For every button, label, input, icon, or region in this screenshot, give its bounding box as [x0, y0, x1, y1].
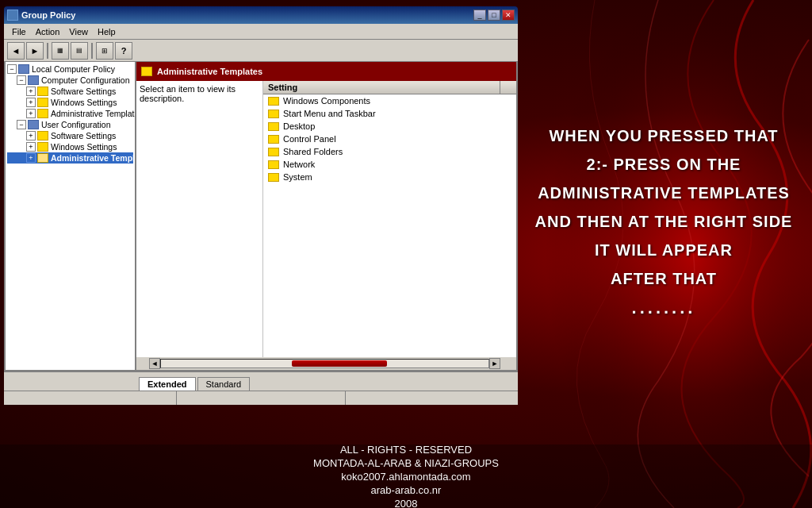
settings-list-column: Setting Windows Components Start Menu an…	[263, 81, 516, 357]
list-label-system: System	[283, 172, 312, 182]
text-line-4: AND THEN AT THE RIGHT SIDE	[535, 211, 793, 232]
title-bar-left: Group Policy	[7, 10, 75, 21]
expand-user-config[interactable]: −	[17, 120, 26, 129]
list-label-windows-components: Windows Components	[283, 96, 370, 106]
folder-icon-software-1	[37, 87, 48, 96]
main-area: − Local Computer Policy − Computer Confi…	[4, 62, 518, 371]
tree-item-windows-settings-1[interactable]: + Windows Settings	[7, 97, 133, 108]
folder-icon-desktop	[268, 122, 279, 131]
expand-computer-config[interactable]: −	[17, 75, 26, 85]
expand-local-policy[interactable]: −	[7, 64, 17, 74]
list-item-shared-folders[interactable]: Shared Folders	[263, 145, 516, 158]
folder-icon-computer-config	[28, 75, 39, 85]
list-label-shared-folders: Shared Folders	[283, 147, 343, 156]
tree-label-user-config: User Configuration	[41, 120, 111, 129]
tree-item-admin-templates-1[interactable]: + Administrative Templates	[7, 108, 133, 119]
forward-button[interactable]: ►	[26, 42, 44, 60]
list-item-system[interactable]: System	[263, 171, 516, 183]
expand-windows-1[interactable]: +	[26, 98, 36, 107]
minimize-button[interactable]: _	[473, 10, 486, 21]
expand-admin-1[interactable]: +	[26, 109, 36, 118]
text-line-5: IT WILL APPEAR	[595, 240, 733, 260]
tree-item-software-settings-1[interactable]: + Software Settings	[7, 86, 133, 97]
expand-software-2[interactable]: +	[26, 131, 36, 140]
expand-windows-2[interactable]: +	[26, 142, 36, 152]
menu-action[interactable]: Action	[31, 25, 65, 38]
tab-standard[interactable]: Standard	[197, 377, 251, 391]
scroll-right-button[interactable]: ►	[489, 358, 500, 369]
right-pane: Administrative Templates Select an item …	[136, 62, 516, 370]
window-title: Group Policy	[21, 10, 75, 20]
list-label-start-menu: Start Menu and Taskbar	[283, 109, 376, 118]
tree-item-admin-templates-2[interactable]: + Administrative Templates	[7, 152, 133, 164]
tree-label-software-1: Software Settings	[51, 87, 116, 96]
list-label-control-panel: Control Panel	[283, 134, 336, 144]
list-item-start-menu[interactable]: Start Menu and Taskbar	[263, 107, 516, 120]
description-column: Select an item to view its description.	[136, 81, 263, 357]
settings-column-header: Setting	[263, 81, 500, 94]
text-line-2: 2:- PRESS ON THE	[587, 154, 741, 175]
tree-item-windows-settings-2[interactable]: + Windows Settings	[7, 141, 133, 152]
folder-icon-software-2	[37, 131, 48, 140]
list-item-desktop[interactable]: Desktop	[263, 120, 516, 133]
list-header-row: Setting	[263, 81, 516, 94]
back-button[interactable]: ◄	[7, 42, 25, 60]
list-item-network[interactable]: Network	[263, 158, 516, 171]
maximize-button[interactable]: □	[488, 10, 500, 21]
scroll-left-button[interactable]: ◄	[149, 358, 160, 369]
status-center	[177, 391, 347, 405]
footer: ALL - RIGHTS - RESERVED MONTADA-AL-ARAB …	[0, 444, 812, 508]
folder-icon-admin-1	[37, 109, 48, 118]
list-label-desktop: Desktop	[283, 121, 315, 131]
folder-icon-network	[268, 160, 279, 169]
list-label-network: Network	[283, 160, 315, 169]
settings-list[interactable]: Windows Components Start Menu and Taskba…	[263, 94, 516, 357]
list-item-control-panel[interactable]: Control Panel	[263, 133, 516, 145]
help-toolbar-button[interactable]: ?	[115, 42, 132, 60]
folder-icon-system	[268, 173, 279, 182]
folder-icon-local-policy	[18, 64, 29, 74]
export-button[interactable]: ⊞	[96, 42, 113, 60]
window-icon	[7, 10, 18, 21]
scroll-track[interactable]	[160, 359, 489, 368]
tree-label-software-2: Software Settings	[51, 131, 116, 140]
toolbar-separator-1	[47, 43, 48, 59]
status-left	[7, 391, 177, 405]
text-line-3: ADMINISTRATIVE TEMPLATES	[538, 183, 790, 203]
tree-item-software-settings-2[interactable]: + Software Settings	[7, 130, 133, 141]
scroll-thumb[interactable]	[292, 360, 387, 367]
tree-item-local-policy[interactable]: − Local Computer Policy	[7, 64, 133, 75]
toolbar-separator-2	[91, 43, 93, 59]
tree-label-local-policy: Local Computer Policy	[32, 64, 115, 74]
expand-admin-2[interactable]: +	[26, 153, 36, 163]
tree-item-user-config[interactable]: − User Configuration	[7, 119, 133, 130]
folder-icon-admin-2	[37, 153, 48, 163]
horizontal-scrollbar[interactable]: ◄ ►	[136, 357, 513, 370]
menu-bar: File Action View Help	[4, 24, 518, 40]
group-policy-window: Group Policy _ □ ✕ File Action View Help…	[4, 6, 518, 371]
menu-view[interactable]: View	[64, 25, 93, 38]
close-button[interactable]: ✕	[502, 10, 515, 21]
title-bar: Group Policy _ □ ✕	[4, 6, 518, 24]
tree-pane[interactable]: − Local Computer Policy − Computer Confi…	[6, 62, 136, 370]
expand-software-1[interactable]: +	[26, 87, 36, 96]
tab-extended[interactable]: Extended	[139, 377, 196, 391]
right-header-folder-icon	[141, 67, 152, 76]
tree-label-windows-2: Windows Settings	[51, 142, 117, 152]
tree-item-computer-config[interactable]: − Computer Configuration	[7, 75, 133, 86]
description-text: Select an item to view its description.	[140, 84, 236, 103]
tree-label-computer-config: Computer Configuration	[41, 75, 129, 85]
footer-line-5: 2008	[395, 498, 418, 509]
tree-label-windows-1: Windows Settings	[51, 98, 117, 107]
footer-line-4: arab-arab.co.nr	[371, 484, 442, 496]
list-item-windows-components[interactable]: Windows Components	[263, 94, 516, 107]
status-bar	[4, 391, 518, 405]
status-right	[346, 391, 515, 405]
view-btn-2[interactable]: ▤	[71, 42, 88, 60]
menu-file[interactable]: File	[7, 25, 31, 38]
view-btn-1[interactable]: ▦	[52, 42, 69, 60]
menu-help[interactable]: Help	[93, 25, 121, 38]
folder-icon-user-config	[28, 120, 39, 129]
text-dots: ........	[632, 297, 696, 320]
window-controls: _ □ ✕	[473, 10, 515, 21]
